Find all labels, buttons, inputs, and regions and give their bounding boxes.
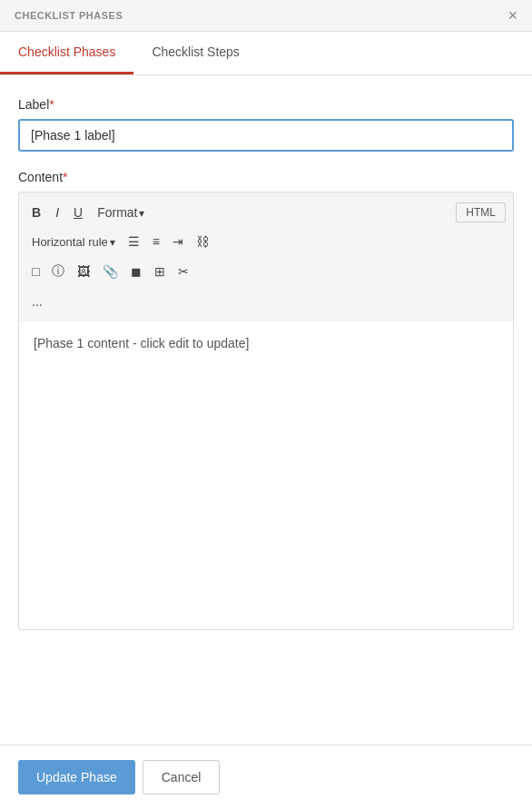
modal-header: CHECKLIST PHASES × xyxy=(0,0,532,32)
unordered-list-button[interactable]: ☰ xyxy=(123,231,145,252)
chevron-down-icon xyxy=(139,205,144,220)
info-button[interactable]: ⓘ xyxy=(46,260,70,283)
modal-body: Label* Content* B I U xyxy=(0,75,532,648)
chevron-down-icon-2 xyxy=(110,235,115,249)
video-icon: ◼ xyxy=(131,264,142,279)
modal-container: CHECKLIST PHASES × Checklist Phases Chec… xyxy=(0,0,532,809)
attachment-button[interactable]: 📎 xyxy=(97,261,123,282)
editor-content[interactable]: [Phase 1 content - click edit to update] xyxy=(18,321,514,630)
label-field-group: Label* xyxy=(18,97,514,152)
more-button[interactable]: ... xyxy=(26,291,48,312)
underline-button[interactable]: U xyxy=(68,202,88,223)
editor-placeholder: [Phase 1 content - click edit to update] xyxy=(34,336,249,350)
cancel-button[interactable]: Cancel xyxy=(143,760,221,794)
content-field-label: Content* xyxy=(18,170,514,184)
pin-icon: ✂ xyxy=(178,264,189,279)
toolbar-row-4: ... xyxy=(26,287,506,316)
label-input[interactable] xyxy=(18,119,514,152)
link-button[interactable]: ⛓ xyxy=(191,231,214,252)
toolbar-row-1: B I U Format HTML xyxy=(26,198,506,227)
italic-button[interactable]: I xyxy=(50,202,64,223)
tab-checklist-phases[interactable]: Checklist Phases xyxy=(0,32,133,74)
html-button[interactable]: HTML xyxy=(456,202,506,222)
format-dropdown[interactable]: Format xyxy=(92,202,150,223)
editor-toolbar: B I U Format HTML xyxy=(18,192,514,321)
pin-button[interactable]: ✂ xyxy=(172,261,194,282)
modal-title: CHECKLIST PHASES xyxy=(15,10,123,21)
link-icon: ⛓ xyxy=(196,234,209,249)
image-icon: 🖼 xyxy=(77,264,90,279)
more-icon: ... xyxy=(32,294,43,309)
update-phase-button[interactable]: Update Phase xyxy=(18,760,135,794)
indent-button[interactable]: ⇥ xyxy=(167,231,189,252)
toolbar-row-2: Horizontal rule ☰ ≡ ⇥ ⛓ xyxy=(26,227,506,256)
label-field-label: Label* xyxy=(18,97,514,112)
indent-icon: ⇥ xyxy=(172,234,183,249)
image-button[interactable]: 🖼 xyxy=(72,261,95,282)
toolbar-row-3: □ ⓘ 🖼 📎 ◼ ⊞ xyxy=(26,256,506,287)
unordered-list-icon: ☰ xyxy=(128,234,140,249)
box-icon: □ xyxy=(32,264,39,279)
table-icon: ⊞ xyxy=(154,264,165,279)
ordered-list-icon: ≡ xyxy=(153,234,160,249)
horizontal-rule-dropdown[interactable]: Horizontal rule xyxy=(26,232,121,252)
modal-footer: Update Phase Cancel xyxy=(0,745,532,809)
content-field-group: Content* B I U Format xyxy=(18,170,514,630)
info-icon: ⓘ xyxy=(52,263,64,280)
tabs-container: Checklist Phases Checklist Steps xyxy=(0,32,532,75)
table-button[interactable]: ⊞ xyxy=(149,261,171,282)
tab-checklist-steps[interactable]: Checklist Steps xyxy=(133,32,257,74)
close-button[interactable]: × xyxy=(507,7,517,24)
insert-box-button[interactable]: □ xyxy=(26,261,44,282)
attachment-icon: 📎 xyxy=(103,264,118,279)
bold-button[interactable]: B xyxy=(26,202,46,223)
video-button[interactable]: ◼ xyxy=(125,261,147,282)
ordered-list-button[interactable]: ≡ xyxy=(147,231,165,252)
